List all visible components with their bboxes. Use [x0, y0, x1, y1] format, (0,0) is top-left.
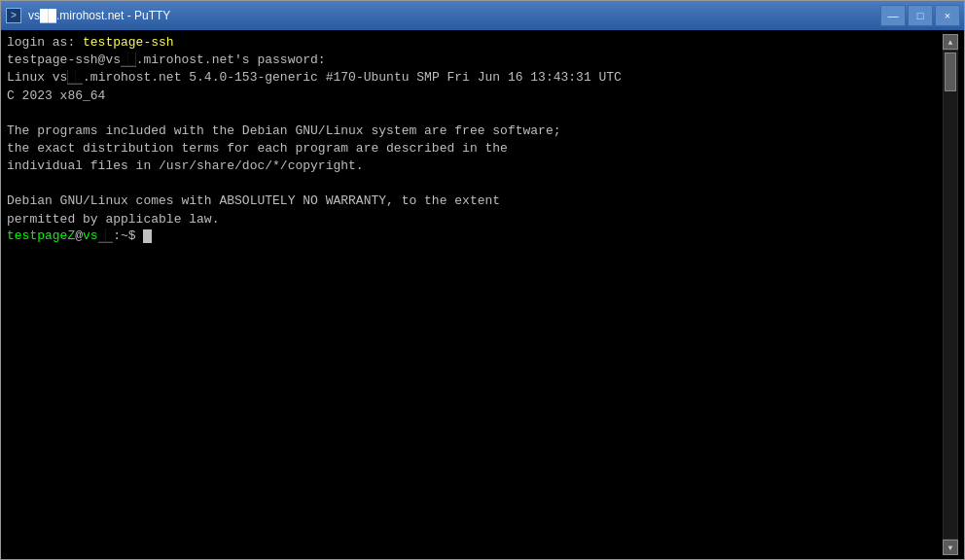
terminal-area[interactable]: login as: testpage-ssh testpage-ssh@vs██… — [1, 30, 964, 559]
title-bar: vs██.mirohost.net - PuTTY — □ × — [1, 1, 964, 30]
window-title: vs██.mirohost.net - PuTTY — [28, 9, 170, 22]
terminal-line-msg1: The programs included with the Debian GN… — [7, 122, 943, 140]
minimize-button[interactable]: — — [880, 5, 906, 26]
terminal-line-login: login as: testpage-ssh — [7, 34, 943, 52]
scroll-up-button[interactable]: ▲ — [943, 34, 958, 50]
maximize-button[interactable]: □ — [908, 5, 933, 26]
terminal-cursor — [143, 229, 152, 243]
prompt-user: testpageZ — [7, 228, 75, 243]
terminal-line-msg3: individual files in /usr/share/doc/*/cop… — [7, 158, 943, 175]
app-icon — [5, 7, 22, 24]
terminal-prompt-line: testpageZ@vs██:~$ — [7, 228, 943, 243]
terminal-line-password: testpage-ssh@vs██.mirohost.net's passwor… — [7, 52, 943, 69]
empty-line-2 — [7, 175, 943, 192]
scrollbar-track[interactable] — [944, 51, 957, 539]
close-button[interactable]: × — [935, 5, 960, 26]
host-redacted-1: ██ — [121, 52, 136, 67]
terminal-line-warranty1: Debian GNU/Linux comes with ABSOLUTELY N… — [7, 192, 943, 210]
empty-line-1 — [7, 105, 943, 122]
terminal-line-msg2: the exact distribution terms for each pr… — [7, 140, 943, 158]
login-username: testpage-ssh — [83, 35, 174, 50]
prompt-host: vs██ — [83, 228, 113, 243]
prompt-at: @ — [75, 228, 83, 243]
terminal-line-warranty2: permitted by applicable law. — [7, 211, 943, 228]
host-redacted-3: ██ — [98, 228, 114, 243]
terminal-line-uname2: C 2023 x86_64 — [7, 88, 943, 105]
putty-window: vs██.mirohost.net - PuTTY — □ × login as… — [0, 0, 965, 560]
terminal-content: login as: testpage-ssh testpage-ssh@vs██… — [7, 34, 943, 555]
prompt-dir: :~$ — [113, 228, 143, 243]
terminal-line-uname1: Linux vs██.mirohost.net 5.4.0-153-generi… — [7, 69, 943, 87]
host-redacted-2: ██ — [67, 70, 83, 85]
scroll-down-button[interactable]: ▼ — [943, 540, 958, 555]
scrollbar[interactable]: ▲ ▼ — [943, 34, 958, 555]
scrollbar-thumb[interactable] — [945, 52, 956, 91]
window-controls: — □ × — [880, 5, 960, 26]
title-bar-left: vs██.mirohost.net - PuTTY — [5, 7, 170, 24]
putty-icon — [6, 8, 21, 23]
